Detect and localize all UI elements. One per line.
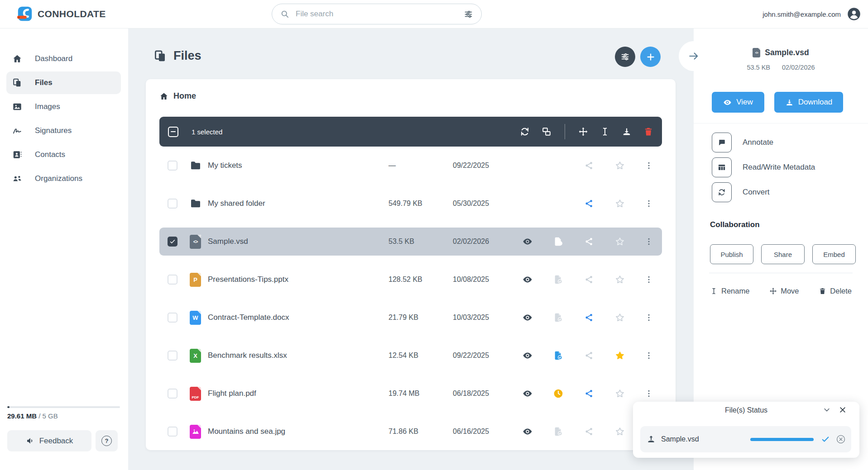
share-button[interactable] [585, 427, 594, 436]
close-icon[interactable] [839, 406, 847, 414]
sidebar-item-images[interactable]: Images [6, 95, 121, 118]
file-name[interactable]: My tickets [208, 161, 388, 170]
file-row[interactable]: WContract-Template.docx21.79 KB10/03/202… [159, 299, 662, 337]
rename-button[interactable]: Rename [710, 287, 749, 295]
row-checkbox[interactable] [168, 427, 177, 437]
share-button[interactable] [585, 199, 594, 208]
file-name[interactable]: Presentations-Tips.pptx [208, 275, 388, 284]
more-actions-button[interactable] [644, 313, 653, 322]
search-filter-icon[interactable] [464, 9, 473, 19]
more-actions-button[interactable] [644, 389, 653, 398]
processing-status-icon[interactable] [553, 389, 563, 399]
file-status-icon[interactable] [553, 237, 563, 247]
favorite-button-cell [604, 161, 635, 171]
file-name[interactable]: My shared folder [208, 199, 388, 208]
download-button[interactable]: Download [774, 92, 843, 113]
row-checkbox[interactable] [168, 351, 177, 361]
file-status-icon[interactable] [553, 275, 563, 285]
view-button[interactable]: View [712, 92, 764, 113]
preview-button[interactable] [523, 427, 532, 437]
file-row[interactable]: PDFFlight plan.pdf19.74 MB06/18/2025 [159, 375, 662, 413]
preview-button[interactable] [523, 313, 532, 323]
download-button[interactable] [622, 127, 632, 137]
convert-action[interactable]: Convert [712, 182, 815, 202]
share-button[interactable] [585, 275, 594, 284]
share-button[interactable] [585, 161, 594, 170]
row-checkbox[interactable] [168, 275, 177, 285]
favorite-button[interactable] [615, 427, 625, 437]
file-row[interactable]: <>Sample.vsd53.5 KB02/02/2026 [159, 228, 662, 256]
row-checkbox[interactable] [168, 199, 177, 209]
preview-button[interactable] [523, 351, 532, 361]
share-button[interactable]: Share [761, 244, 805, 264]
share-button[interactable] [585, 389, 594, 398]
row-checkbox[interactable] [168, 313, 177, 323]
share-button[interactable] [585, 237, 594, 246]
file-row[interactable]: My shared folder549.79 KB05/30/2025 [159, 185, 662, 223]
file-row[interactable]: PPresentations-Tips.pptx128.52 KB10/08/2… [159, 261, 662, 299]
sidebar-item-contacts[interactable]: Contacts [6, 143, 121, 166]
delete-button[interactable]: Delete [819, 287, 852, 295]
collapse-panel-arrow-icon[interactable] [688, 50, 700, 62]
feedback-button[interactable]: Feedback [7, 430, 91, 451]
help-button[interactable]: ? [96, 430, 118, 451]
preview-button[interactable] [523, 389, 532, 399]
file-row[interactable]: My tickets—09/22/2025 [159, 147, 662, 185]
search-input[interactable] [295, 9, 458, 19]
dismiss-upload-icon[interactable] [836, 434, 846, 444]
annotate-action[interactable]: Annotate [712, 133, 815, 152]
favorite-button[interactable] [615, 313, 625, 323]
file-name[interactable]: Sample.vsd [208, 237, 388, 246]
sidebar-item-dashboard[interactable]: Dashboard [6, 47, 121, 70]
preview-button[interactable] [523, 237, 532, 247]
view-settings-button[interactable] [615, 47, 635, 67]
share-button-cell [574, 199, 604, 208]
file-name[interactable]: Flight plan.pdf [208, 389, 388, 398]
select-all-checkbox[interactable] [168, 127, 178, 137]
file-name[interactable]: Benchmark results.xlsx [208, 351, 388, 360]
chevron-down-icon[interactable] [823, 406, 831, 414]
row-checkbox[interactable] [168, 389, 177, 399]
file-status-icon[interactable] [553, 313, 563, 323]
convert-button[interactable] [520, 127, 530, 137]
favorite-button[interactable] [615, 389, 625, 399]
breadcrumb[interactable]: Home [159, 91, 196, 101]
add-file-button[interactable] [640, 47, 661, 67]
more-actions-button[interactable] [644, 351, 653, 360]
download-icon [785, 98, 794, 107]
read-write-metadata-action[interactable]: Read/Write Metadata [712, 157, 815, 177]
favorite-button[interactable] [615, 199, 625, 209]
file-name[interactable]: Mountains and sea.jpg [208, 427, 388, 436]
file-row[interactable]: Mountains and sea.jpg71.86 KB06/16/2025 [159, 413, 662, 450]
rename-button[interactable] [600, 127, 610, 137]
sidebar-item-signatures[interactable]: Signatures [6, 119, 121, 142]
more-actions-button[interactable] [644, 237, 653, 246]
preview-button[interactable] [523, 275, 532, 285]
favorite-button[interactable] [615, 161, 625, 171]
more-actions-button[interactable] [644, 161, 653, 170]
delete-button[interactable] [643, 127, 653, 137]
status-popup: File(s) Status Sample.vsd [633, 402, 859, 458]
move-button[interactable]: Move [769, 287, 799, 295]
file-status-icon[interactable] [553, 427, 563, 437]
file-status-icon[interactable] [553, 351, 563, 361]
publish-button[interactable]: Publish [710, 244, 753, 264]
brand[interactable]: CONHOLDATE [16, 0, 106, 28]
embed-button[interactable]: Embed [812, 244, 856, 264]
file-row[interactable]: XBenchmark results.xlsx12.54 KB09/22/202… [159, 337, 662, 375]
row-checkbox[interactable] [168, 161, 177, 171]
file-name[interactable]: Contract-Template.docx [208, 313, 388, 322]
favorite-button[interactable] [615, 275, 625, 285]
favorite-button[interactable] [615, 351, 625, 361]
share-button[interactable] [585, 313, 594, 322]
sidebar-item-files[interactable]: Files [6, 71, 121, 94]
move-button[interactable] [578, 127, 588, 137]
row-checkbox[interactable] [168, 237, 177, 247]
sidebar-item-organizations[interactable]: Organizations [6, 167, 121, 190]
more-actions-button[interactable] [644, 275, 653, 284]
more-actions-button[interactable] [644, 199, 653, 208]
favorite-button[interactable] [615, 237, 625, 247]
share-button[interactable] [585, 351, 594, 360]
combine-button[interactable] [542, 127, 551, 137]
user-avatar[interactable] [847, 7, 861, 21]
